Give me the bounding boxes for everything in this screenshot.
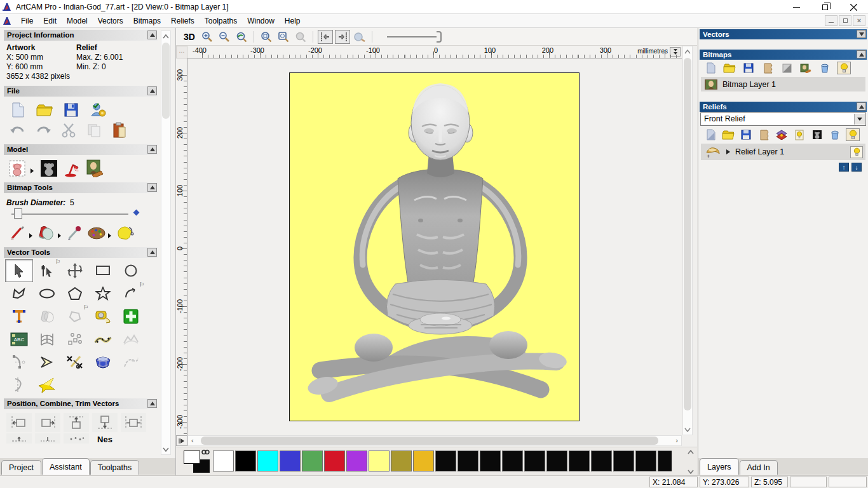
tab-layers[interactable]: Layers [700, 458, 739, 475]
section-project-information[interactable]: Project Information [4, 30, 158, 41]
slider-handle[interactable] [437, 31, 442, 43]
bitmaps-section-header[interactable]: Bitmaps [700, 50, 867, 60]
section-position-combine-trim[interactable]: Position, Combine, Trim Vectors [4, 398, 158, 409]
delete-relief-layer-button[interactable] [828, 128, 842, 141]
paste-text-block-tool[interactable]: ABC [5, 328, 33, 351]
palette-swatch[interactable] [458, 451, 478, 471]
model-check-button[interactable] [89, 102, 107, 118]
model-sketch-button[interactable] [9, 160, 27, 177]
dropdown-button[interactable] [854, 114, 865, 125]
model-light-button[interactable] [63, 160, 81, 177]
palette-swatch[interactable] [280, 451, 301, 471]
open-bitmap-button[interactable] [722, 62, 736, 74]
section-model[interactable]: Model [4, 144, 158, 155]
palette-swatch[interactable] [502, 451, 523, 471]
reliefs-section-header[interactable]: Reliefs [700, 102, 867, 112]
transform-vectors-tool[interactable] [61, 259, 89, 282]
mdi-minimize-button[interactable] [825, 15, 837, 26]
new-relief-layer-button[interactable] [703, 128, 717, 141]
menu-model[interactable]: Model [62, 14, 93, 28]
trim-vectors-tool[interactable] [61, 351, 89, 374]
relief-layer-row[interactable]: + Relief Layer 1 [701, 144, 865, 160]
vector-paint-tool-disabled[interactable] [33, 305, 61, 328]
align-bottom-tool[interactable] [92, 413, 118, 432]
ruler-units-button[interactable] [670, 47, 681, 57]
relief-texture-button[interactable] [757, 128, 771, 141]
create-polyline-tool[interactable] [5, 282, 33, 305]
zoom-in-button[interactable] [200, 30, 215, 44]
bitmap-preview-button[interactable] [799, 62, 813, 74]
palette-swatch[interactable] [635, 451, 656, 471]
model-page[interactable] [289, 72, 580, 421]
zoom-window-button[interactable] [259, 30, 274, 44]
create-polygon-tool[interactable] [61, 282, 89, 305]
chevron-down-icon[interactable] [688, 470, 694, 474]
chevron-up-icon[interactable] [688, 450, 694, 454]
undo-button[interactable] [9, 122, 27, 139]
texture-dough-button[interactable] [116, 225, 134, 241]
palette-swatch[interactable] [213, 451, 234, 471]
paste-array-tool[interactable] [64, 433, 89, 444]
minimize-button[interactable] [782, 0, 811, 14]
palette-swatch[interactable] [346, 451, 367, 471]
relief-stack-button[interactable] [775, 128, 789, 141]
toggle-layer-visibility-button[interactable] [850, 146, 863, 158]
scrollbar-thumb[interactable] [201, 437, 658, 445]
restore-button[interactable] [811, 0, 839, 14]
palette-swatch[interactable] [413, 451, 434, 471]
zoom-out-button[interactable] [217, 30, 232, 44]
greyscale-button[interactable] [780, 62, 794, 74]
menu-reliefs[interactable]: Reliefs [166, 14, 200, 28]
select-vectors-tool[interactable] [5, 259, 33, 282]
expand-layer-icon[interactable] [726, 149, 730, 154]
collapse-button[interactable] [147, 30, 157, 39]
palette-swatch[interactable] [324, 451, 345, 471]
palette-swatch[interactable] [302, 451, 323, 471]
zoom-previous-button[interactable] [234, 30, 249, 44]
snap-step-forward-button[interactable] [335, 30, 350, 44]
center-in-page-tool[interactable] [6, 433, 32, 444]
zoom-fit-button[interactable] [276, 30, 291, 44]
scroll-up-button[interactable] [683, 46, 692, 57]
vectors-section-header[interactable]: Vectors [700, 29, 867, 39]
create-health-cross-tool[interactable] [117, 305, 145, 328]
expand-button[interactable] [857, 30, 866, 38]
menu-vectors[interactable]: Vectors [93, 14, 128, 28]
copy-button[interactable] [85, 122, 103, 139]
menu-help[interactable]: Help [280, 14, 306, 28]
slider-track[interactable] [387, 36, 437, 37]
preview-button-disabled[interactable] [352, 30, 367, 44]
palette-swatch[interactable] [369, 451, 390, 471]
nesting-tool[interactable]: Nes [92, 433, 118, 444]
align-center-tool[interactable] [121, 413, 146, 432]
slider-track[interactable] [11, 214, 128, 215]
new-bitmap-layer-button[interactable] [703, 62, 717, 74]
scrollbar-thumb[interactable] [162, 43, 170, 119]
center-in-selection-tool[interactable] [35, 433, 60, 444]
tab-addin[interactable]: Add In [740, 460, 778, 475]
save-model-button[interactable] [62, 102, 80, 118]
palette-swatch[interactable] [480, 451, 501, 471]
paint-bucket-button[interactable] [37, 225, 55, 241]
canvas-viewport[interactable] [187, 58, 682, 435]
scroll-right-button[interactable]: › [675, 437, 678, 444]
open-relief-button[interactable] [721, 128, 735, 141]
save-relief-button[interactable] [739, 128, 753, 141]
new-model-button[interactable] [9, 102, 27, 118]
align-right-tool[interactable] [35, 413, 60, 432]
open-model-button[interactable] [36, 102, 53, 118]
vector-shape-tool-disabled[interactable]: ⚐ [61, 305, 89, 328]
menu-window[interactable]: Window [242, 14, 280, 28]
primary-color-swatch[interactable] [184, 451, 200, 464]
palette-swatch[interactable] [546, 451, 567, 471]
distort-vectors-tool[interactable] [33, 328, 61, 351]
create-text-tool[interactable] [5, 305, 33, 328]
section-profile-tool[interactable] [5, 374, 33, 396]
redo-button[interactable] [34, 122, 52, 139]
color-palette-button[interactable] [88, 225, 105, 241]
tab-project[interactable]: Project [1, 460, 41, 475]
scroll-left-button[interactable]: ‹ [191, 437, 194, 444]
create-star-wizard-tool[interactable] [33, 374, 61, 396]
color-picker-button[interactable] [66, 225, 84, 241]
vertical-scrollbar[interactable] [682, 46, 693, 435]
